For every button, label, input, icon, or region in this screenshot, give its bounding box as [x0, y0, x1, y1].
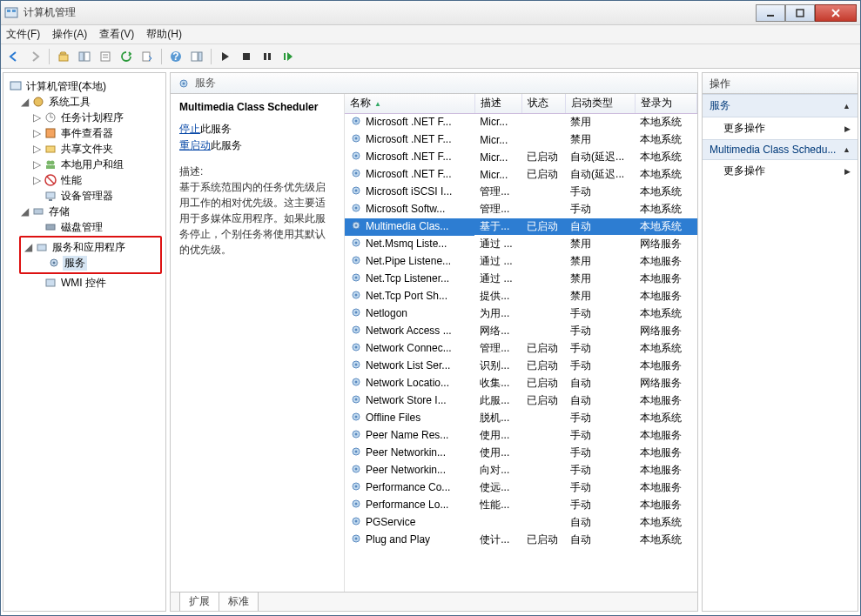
table-row[interactable]: Net.Tcp Port Sh...提供...禁用本地服务	[345, 288, 697, 305]
menu-file[interactable]: 文件(F)	[6, 27, 40, 42]
pause-button[interactable]	[258, 47, 277, 66]
tree-storage[interactable]: ◢存储	[17, 204, 164, 219]
col-name[interactable]: 名称▲	[345, 94, 474, 113]
properties-button[interactable]	[96, 47, 115, 66]
refresh-button[interactable]	[117, 47, 136, 66]
back-button[interactable]	[4, 47, 24, 66]
stop-button[interactable]	[237, 47, 256, 66]
forward-button[interactable]	[25, 47, 44, 66]
actions-more-2[interactable]: 更多操作▶	[703, 160, 858, 182]
cell-logon: 本地服务	[635, 288, 696, 305]
tree-perf[interactable]: ▷性能	[30, 172, 164, 188]
table-row[interactable]: Performance Lo...性能...手动本地服务	[345, 497, 697, 514]
cell-logon: 网络服务	[635, 323, 696, 340]
gear-icon	[350, 445, 362, 460]
gear-icon	[350, 167, 362, 182]
tree-diskmgmt[interactable]: 磁盘管理	[30, 219, 164, 235]
table-row[interactable]: Microsoft Softw...管理...手动本地系统	[345, 201, 697, 218]
show-hide-tree-button[interactable]	[75, 47, 94, 66]
table-row[interactable]: Plug and Play使计...已启动自动本地系统	[345, 532, 697, 549]
cell-status	[521, 445, 565, 462]
table-row[interactable]: Net.Tcp Listener...通过 ...禁用本地服务	[345, 271, 697, 288]
actions-more-1[interactable]: 更多操作▶	[703, 117, 858, 139]
svg-rect-35	[49, 199, 52, 201]
table-row[interactable]: Peer Name Res...使用...手动本地服务	[345, 427, 697, 445]
table-row[interactable]: Netlogon为用...手动本地系统	[345, 305, 697, 323]
tree-eventviewer[interactable]: ▷事件查看器	[30, 125, 164, 141]
cell-name: Microsoft .NET F...	[345, 149, 474, 166]
cell-startup: 禁用	[565, 271, 635, 288]
gear-icon	[178, 77, 190, 90]
table-row[interactable]: Microsoft .NET F...Micr...禁用本地系统	[345, 113, 697, 131]
export-button[interactable]	[138, 47, 157, 66]
gear-icon	[350, 376, 362, 391]
table-row[interactable]: Peer Networkin...向对...手动本地服务	[345, 462, 697, 479]
svg-rect-28	[46, 146, 55, 152]
menu-help[interactable]: 帮助(H)	[146, 27, 182, 42]
table-row[interactable]: Performance Co...使远...手动本地服务	[345, 479, 697, 497]
tree-users[interactable]: ▷本地用户和组	[30, 157, 164, 172]
tree-svcsapps[interactable]: ◢服务和应用程序	[21, 239, 160, 255]
cell-startup: 禁用	[565, 236, 635, 253]
menu-action[interactable]: 操作(A)	[52, 27, 87, 42]
table-row[interactable]: Net.Pipe Listene...通过 ...禁用本地服务	[345, 253, 697, 271]
actions-group-services[interactable]: 服务▲	[703, 94, 858, 117]
restart-link[interactable]: 重启动	[179, 139, 211, 151]
red-highlight-box: ◢服务和应用程序 服务	[19, 236, 162, 274]
tree-scheduler[interactable]: ▷任务计划程序	[30, 110, 164, 125]
tree-pane[interactable]: 计算机管理(本地) ◢系统工具 ▷任务计划程序 ▷事件查看器 ▷共享文件夹 ▷本…	[3, 72, 166, 612]
restart-button[interactable]	[279, 47, 298, 66]
minimize-button[interactable]	[756, 4, 785, 22]
close-button[interactable]	[815, 4, 857, 22]
table-row[interactable]: Network Connec...管理...已启动手动本地系统	[345, 340, 697, 358]
cell-desc: 管理...	[474, 201, 521, 218]
tree-root[interactable]: 计算机管理(本地)	[5, 78, 164, 94]
tree-wmi[interactable]: WMI 控件	[30, 275, 164, 291]
table-row[interactable]: Multimedia Clas...基于...已启动自动本地系统	[345, 218, 697, 236]
tab-extended[interactable]: 扩展	[179, 592, 219, 611]
show-hide-action-pane-button[interactable]	[187, 47, 206, 66]
cell-status: 已启动	[521, 340, 565, 358]
tree-devmgr[interactable]: 设备管理器	[30, 188, 164, 204]
col-logon[interactable]: 登录为	[635, 94, 696, 113]
svg-rect-9	[84, 52, 90, 61]
svg-rect-7	[59, 55, 68, 61]
table-row[interactable]: PGService自动本地系统	[345, 514, 697, 532]
center-pane: 服务 Multimedia Class Scheduler 停止此服务 重启动此…	[170, 72, 698, 612]
center-header: 服务	[171, 73, 697, 94]
tree-shared[interactable]: ▷共享文件夹	[30, 141, 164, 157]
table-row[interactable]: Microsoft .NET F...Micr...禁用本地系统	[345, 131, 697, 149]
maximize-button[interactable]	[785, 4, 815, 22]
col-status[interactable]: 状态	[521, 94, 565, 113]
tree-systools[interactable]: ◢系统工具	[17, 94, 164, 110]
col-desc[interactable]: 描述	[474, 94, 521, 113]
cell-desc: 通过 ...	[474, 236, 521, 253]
table-row[interactable]: Network Store I...此服...已启动自动本地服务	[345, 392, 697, 410]
cell-status: 已启动	[521, 218, 565, 236]
table-row[interactable]: Network List Ser...识别...已启动手动本地服务	[345, 358, 697, 375]
up-button[interactable]	[54, 47, 73, 66]
tree-services[interactable]: 服务	[33, 255, 160, 271]
table-row[interactable]: Network Access ...网络...手动网络服务	[345, 323, 697, 340]
svg-text:?: ?	[172, 50, 178, 63]
table-row[interactable]: Peer Networkin...使用...手动本地服务	[345, 445, 697, 462]
cell-name: Network Access ...	[345, 323, 474, 340]
stop-link[interactable]: 停止	[179, 123, 200, 135]
table-row[interactable]: Microsoft iSCSI I...管理...手动本地系统	[345, 184, 697, 201]
col-startup[interactable]: 启动类型	[565, 94, 635, 113]
cell-startup: 手动	[565, 462, 635, 479]
svg-point-40	[53, 262, 56, 264]
services-list[interactable]: 名称▲ 描述 状态 启动类型 登录为 Microsoft .NET F...Mi…	[345, 94, 697, 592]
cell-startup: 手动	[565, 305, 635, 323]
table-row[interactable]: Microsoft .NET F...Micr...已启动自动(延迟...本地系…	[345, 166, 697, 184]
help-button[interactable]: ?	[166, 47, 185, 66]
tab-standard[interactable]: 标准	[219, 592, 259, 611]
menu-view[interactable]: 查看(V)	[99, 27, 134, 42]
table-row[interactable]: Offline Files脱机...手动本地系统	[345, 410, 697, 427]
play-button[interactable]	[216, 47, 235, 66]
actions-group-selected[interactable]: Multimedia Class Schedu...▲	[703, 139, 858, 160]
table-row[interactable]: Microsoft .NET F...Micr...已启动自动(延迟...本地系…	[345, 149, 697, 166]
table-row[interactable]: Network Locatio...收集...已启动自动网络服务	[345, 375, 697, 392]
table-row[interactable]: Net.Msmq Liste...通过 ...禁用网络服务	[345, 236, 697, 253]
chevron-right-icon: ▶	[844, 124, 851, 133]
